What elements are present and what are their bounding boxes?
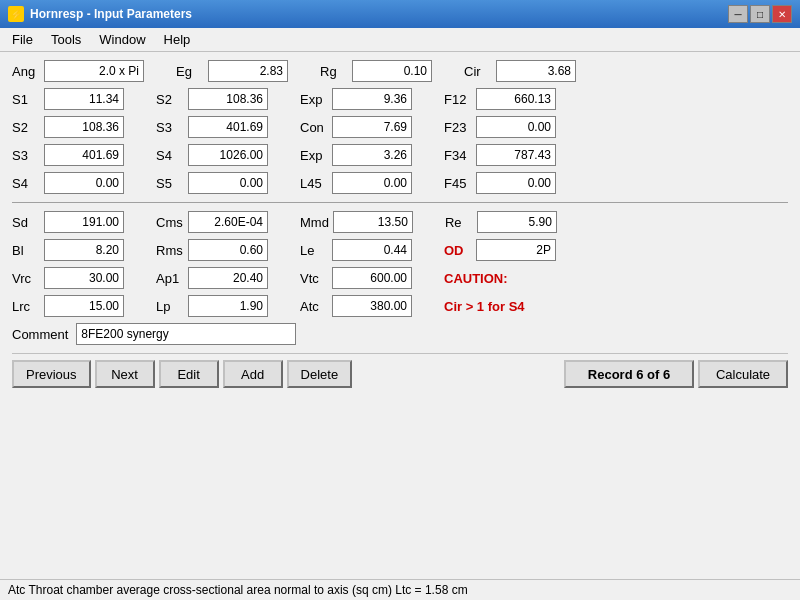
row-5: S4 S5 L45 F45 [12,172,788,194]
s2-left-input[interactable] [188,88,268,110]
button-row: Previous Next Edit Add Delete Record 6 o… [12,353,788,388]
ap1-input[interactable] [188,267,268,289]
f45-input[interactable] [476,172,556,194]
exp1-input[interactable] [332,88,412,110]
exp2-input[interactable] [332,144,412,166]
caution-detail-group: Cir > 1 for S4 [444,299,525,314]
window-title: Hornresp - Input Parameters [30,7,192,21]
f12-group: F12 [444,88,556,110]
bl-group: Bl [12,239,124,261]
s3-input[interactable] [44,144,124,166]
s2-group: S2 [12,116,124,138]
edit-button[interactable]: Edit [159,360,219,388]
bl-input[interactable] [44,239,124,261]
vrc-input[interactable] [44,267,124,289]
menu-tools[interactable]: Tools [43,30,89,49]
cir-input[interactable] [496,60,576,82]
od-label: OD [444,243,472,258]
f23-group: F23 [444,116,556,138]
con-input[interactable] [332,116,412,138]
rg-group: Rg [320,60,432,82]
previous-button[interactable]: Previous [12,360,91,388]
caution-detail-label: Cir > 1 for S4 [444,299,525,314]
s5-group: S5 [156,172,268,194]
f34-input[interactable] [476,144,556,166]
lp-input[interactable] [188,295,268,317]
ang-group: Ang [12,60,144,82]
cms-group: Cms [156,211,268,233]
sd-label: Sd [12,215,40,230]
le-group: Le [300,239,412,261]
exp2-label: Exp [300,148,328,163]
vtc-label: Vtc [300,271,328,286]
delete-button[interactable]: Delete [287,360,353,388]
row-6: Sd Cms Mmd Re [12,211,788,233]
s4-left-input[interactable] [188,144,268,166]
rms-input[interactable] [188,239,268,261]
mmd-label: Mmd [300,215,329,230]
sd-input[interactable] [44,211,124,233]
record-button[interactable]: Record 6 of 6 [564,360,694,388]
vtc-input[interactable] [332,267,412,289]
f23-input[interactable] [476,116,556,138]
lp-label: Lp [156,299,184,314]
calculate-button[interactable]: Calculate [698,360,788,388]
add-button[interactable]: Add [223,360,283,388]
s4-left-group: S4 [156,144,268,166]
row-4: S3 S4 Exp F34 [12,144,788,166]
comment-input[interactable] [76,323,296,345]
close-button[interactable]: ✕ [772,5,792,23]
re-label: Re [445,215,473,230]
re-group: Re [445,211,557,233]
f45-group: F45 [444,172,556,194]
s4-input[interactable] [44,172,124,194]
status-text: Atc Throat chamber average cross-section… [8,583,468,597]
rg-input[interactable] [352,60,432,82]
menu-help[interactable]: Help [156,30,199,49]
f12-input[interactable] [476,88,556,110]
rms-group: Rms [156,239,268,261]
menu-file[interactable]: File [4,30,41,49]
atc-label: Atc [300,299,328,314]
atc-input[interactable] [332,295,412,317]
l45-input[interactable] [332,172,412,194]
separator-1 [12,202,788,203]
eg-label: Eg [176,64,204,79]
con-label: Con [300,120,328,135]
s1-input[interactable] [44,88,124,110]
row-9: Lrc Lp Atc Cir > 1 for S4 [12,295,788,317]
s4-group: S4 [12,172,124,194]
re-input[interactable] [477,211,557,233]
row-2: S1 S2 Exp F12 [12,88,788,110]
lrc-input[interactable] [44,295,124,317]
f45-label: F45 [444,176,472,191]
ang-input[interactable] [44,60,144,82]
next-button[interactable]: Next [95,360,155,388]
eg-input[interactable] [208,60,288,82]
row-7: Bl Rms Le OD [12,239,788,261]
cms-input[interactable] [188,211,268,233]
le-input[interactable] [332,239,412,261]
title-bar-left: ⚡ Hornresp - Input Parameters [8,6,192,22]
menu-window[interactable]: Window [91,30,153,49]
minimize-button[interactable]: ─ [728,5,748,23]
f34-label: F34 [444,148,472,163]
l45-label: L45 [300,176,328,191]
s5-input[interactable] [188,172,268,194]
menu-bar: File Tools Window Help [0,28,800,52]
cms-label: Cms [156,215,184,230]
status-bar: Atc Throat chamber average cross-section… [0,579,800,600]
rms-label: Rms [156,243,184,258]
exp2-group: Exp [300,144,412,166]
le-label: Le [300,243,328,258]
s2-input[interactable] [44,116,124,138]
vrc-group: Vrc [12,267,124,289]
row-3: S2 S3 Con F23 [12,116,788,138]
od-input[interactable] [476,239,556,261]
s3-left-input[interactable] [188,116,268,138]
s1-group: S1 [12,88,124,110]
lrc-label: Lrc [12,299,40,314]
maximize-button[interactable]: □ [750,5,770,23]
od-group: OD [444,239,556,261]
mmd-input[interactable] [333,211,413,233]
